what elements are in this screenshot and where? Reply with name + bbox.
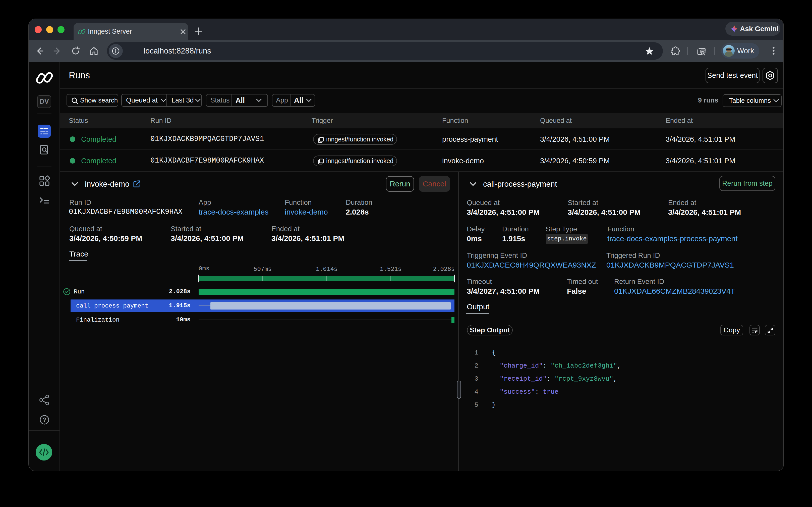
- svg-text:?: ?: [43, 416, 46, 423]
